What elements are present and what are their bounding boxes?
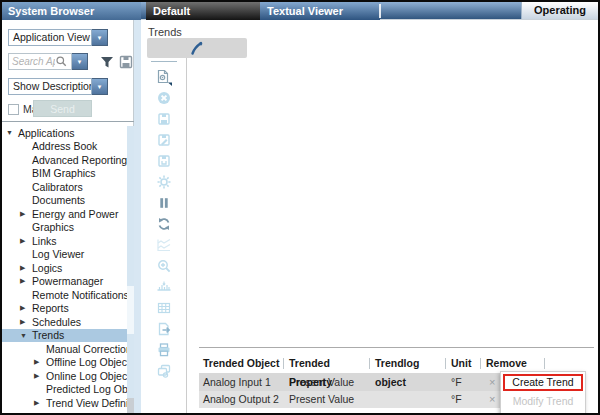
trend-objects-table: Trended Object Trended Property Trendlog…	[199, 354, 547, 408]
panel-splitter[interactable]	[134, 2, 141, 413]
table-header: Trended Object Trended Property Trendlog…	[199, 354, 547, 373]
cell-trended-object: Analog Input 1	[199, 376, 285, 388]
tree-expand-icon[interactable]	[20, 264, 32, 272]
chevron-down-icon[interactable]	[72, 53, 88, 70]
save-all-icon[interactable]	[156, 153, 172, 169]
pen-edit-icon[interactable]	[147, 38, 247, 58]
copy-settings-icon[interactable]	[156, 363, 172, 379]
tree-item-label: Energy and Power	[32, 208, 118, 220]
chart-icon[interactable]	[156, 237, 172, 253]
tab-bar-divider	[379, 4, 381, 18]
tree-item-label: Trends	[32, 329, 64, 341]
tree-item[interactable]: BIM Graphics	[2, 167, 127, 181]
export-icon[interactable]	[156, 321, 172, 337]
send-row: Ma Send	[8, 101, 38, 117]
app-window: System Browser Application View Show Des…	[0, 0, 600, 415]
tree-item-label: Logics	[32, 262, 62, 274]
tree-item[interactable]: Reports	[2, 302, 127, 316]
tree-item[interactable]: Documents	[2, 194, 127, 208]
checkbox[interactable]	[8, 104, 19, 115]
tree-item[interactable]: Applications	[2, 126, 127, 140]
zoom-in-icon[interactable]	[156, 258, 172, 274]
tree-item[interactable]: Calibrators	[2, 180, 127, 194]
scrollbar-thumb[interactable]	[127, 286, 134, 334]
tree-item[interactable]: Remote Notifications	[2, 288, 127, 302]
tree-item[interactable]: Online Log Objects	[2, 369, 127, 383]
header-trendlog-object[interactable]: Trendlog object	[371, 354, 447, 373]
tree-item[interactable]: Graphics	[2, 221, 127, 235]
pause-icon[interactable]	[156, 195, 172, 211]
tree-expand-icon[interactable]	[20, 304, 32, 312]
tree-item[interactable]: Links	[2, 234, 127, 248]
tree-expand-icon[interactable]	[34, 399, 46, 407]
tree-expand-icon[interactable]	[6, 129, 18, 136]
tab-textual-viewer[interactable]: Textual Viewer	[260, 2, 380, 20]
tree-expand-icon[interactable]	[20, 332, 32, 339]
tree-item[interactable]: Manual Correction	[2, 342, 127, 356]
tree-expand-icon[interactable]	[34, 372, 46, 380]
tree-expand-icon[interactable]	[20, 210, 32, 218]
table-row[interactable]: Analog Input 1 Present Value °F ×	[199, 373, 547, 391]
tab-default[interactable]: Default	[146, 2, 260, 20]
chevron-down-icon[interactable]	[92, 29, 108, 46]
refresh-icon[interactable]	[156, 216, 172, 232]
table-body: Analog Input 1 Present Value °F × Analog…	[199, 373, 547, 408]
tree-item[interactable]: Address Book	[2, 140, 127, 154]
tree-item-label: Advanced Reporting	[32, 154, 127, 166]
tree-item-label: Log Viewer	[32, 248, 84, 260]
cell-unit: °F	[447, 393, 482, 405]
tree-expand-icon[interactable]	[20, 277, 32, 285]
toolbar-separator-line	[186, 40, 187, 413]
system-browser-sidebar: Application View Show Description Ma	[2, 2, 134, 413]
tree-expand-icon[interactable]	[20, 318, 32, 326]
header-trended-property[interactable]: Trended Property	[285, 354, 371, 373]
tree-item[interactable]: Trends	[2, 329, 127, 343]
display-mode-value: Show Description	[8, 78, 92, 95]
gear-icon[interactable]	[156, 174, 172, 190]
send-button[interactable]: Send	[33, 100, 92, 117]
tab-bar: Default Textual Viewer Operating	[141, 2, 598, 20]
save-icon[interactable]	[156, 111, 172, 127]
tree-item[interactable]: Energy and Power	[2, 207, 127, 221]
view-selector[interactable]: Application View	[8, 29, 108, 46]
main-panel: Default Textual Viewer Operating Trends	[141, 2, 598, 413]
axis-scale-icon[interactable]	[156, 279, 172, 295]
tree-item[interactable]: Advanced Reporting	[2, 153, 127, 167]
table-grid-icon[interactable]	[156, 300, 172, 316]
tree-item[interactable]: Log Viewer	[2, 248, 127, 262]
print-icon[interactable]	[156, 342, 172, 358]
cell-trended-property: Present Value	[285, 393, 371, 405]
chevron-down-icon[interactable]	[92, 78, 108, 95]
save-as-icon[interactable]	[156, 132, 172, 148]
display-mode-selector[interactable]: Show Description	[8, 78, 108, 95]
tree-expand-icon[interactable]	[34, 358, 46, 366]
search-box[interactable]	[8, 53, 72, 70]
tree-item-label: Powermanager	[32, 275, 103, 287]
tree-item-label: Applications	[18, 127, 75, 139]
table-row[interactable]: Analog Output 2 Present Value °F ×	[199, 391, 547, 409]
search-icon	[55, 55, 68, 68]
tree-item-label: Reports	[32, 302, 69, 314]
report-settings-icon[interactable]	[155, 69, 172, 85]
tree-item[interactable]: Predicted Log Objects	[2, 383, 127, 397]
save-icon[interactable]	[118, 54, 134, 70]
cell-unit: °F	[447, 376, 482, 388]
context-menu-item[interactable]: Create Trend	[503, 374, 583, 391]
cancel-icon[interactable]	[156, 90, 172, 106]
search-input[interactable]	[9, 56, 55, 67]
header-trended-object[interactable]: Trended Object	[199, 354, 285, 373]
filter-icon[interactable]	[99, 54, 115, 70]
tab-operating[interactable]: Operating	[521, 2, 598, 19]
header-unit[interactable]: Unit	[447, 354, 482, 373]
tree-item-label: Graphics	[32, 221, 74, 233]
tree-item[interactable]: Trend View Definitions	[2, 396, 127, 410]
tree-item[interactable]: Powermanager	[2, 275, 127, 289]
scrollbar-thumb-bottom[interactable]	[127, 398, 134, 413]
context-menu-item[interactable]: Modify Trend	[503, 393, 583, 410]
tree-item[interactable]: Schedules	[2, 315, 127, 329]
sidebar-scrollbar[interactable]	[127, 126, 134, 413]
tree-expand-icon[interactable]	[20, 237, 32, 245]
tree-item[interactable]: Logics	[2, 261, 127, 275]
tree-item[interactable]: Offline Log Objects	[2, 356, 127, 370]
toolbar-divider	[151, 61, 177, 62]
